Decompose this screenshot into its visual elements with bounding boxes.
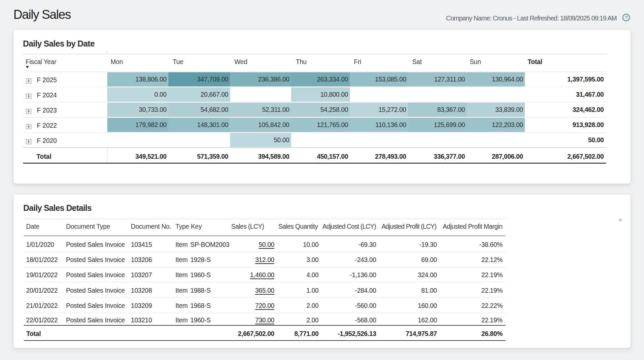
svg-text:?: ? <box>625 15 628 20</box>
